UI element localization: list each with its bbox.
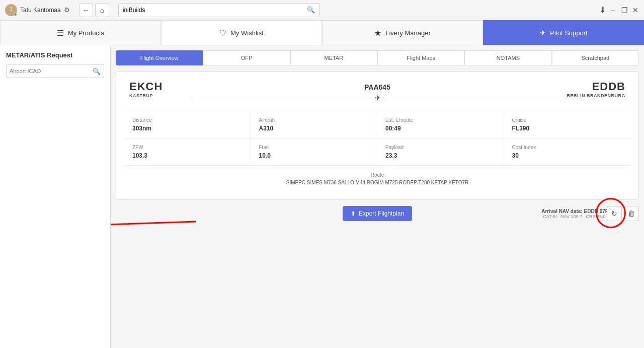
tab-livery-manager[interactable]: ★ Livery Manager [322,20,483,45]
flight-line-left [190,98,372,98]
nav-tabs: ☰ My Products ♡ My Wishlist ★ Livery Man… [0,20,644,45]
home-button[interactable]: ⌂ [95,3,109,17]
detail-cost-index: Cost Index 30 [504,138,631,166]
route-value: SIMEPC SIMES M736 SALLO M44 ROGIM M725 R… [132,180,622,185]
origin-code: EKCH [129,80,190,93]
detail-payload: Payload 23.3 [377,138,504,166]
subtab-scratchpad[interactable]: Scratchpad [552,50,639,65]
route-section: Route SIMEPC SIMES M736 SALLO M44 ROGIM … [124,166,630,191]
subtab-notams[interactable]: NOTAMS [464,50,551,65]
export-flightplan-button[interactable]: ⬆ Export Flightplan [343,206,412,221]
back-button[interactable]: ← [79,3,93,17]
flight-details: Distance 303nm Aircraft A310 Est. Enrout… [124,111,630,191]
close-button[interactable]: ✕ [632,7,639,14]
flight-line-right [383,98,566,98]
online-indicator [14,13,17,16]
livery-icon: ★ [374,28,381,38]
flight-middle: PAA645 ✈ [190,80,565,103]
flight-card: EKCH KASTRUP PAA645 ✈ EDDB BERLIN BRANDE… [116,72,639,200]
flight-id: PAA645 [364,83,390,91]
route-label: Route [132,172,622,178]
detail-cruise: Cruise FL390 [504,111,631,138]
airport-icao-input[interactable] [10,68,91,74]
search-bar: 🔍 [118,3,319,17]
download-icon[interactable]: ⬇ [599,5,606,15]
detail-aircraft: Aircraft A310 [251,111,378,138]
livery-label: Livery Manager [385,29,431,37]
detail-zfw: ZFW 103.3 [124,138,251,166]
flight-origin: EKCH KASTRUP [129,80,190,98]
window-controls: ⬇ – ❐ ✕ [599,5,639,15]
products-icon: ☰ [57,28,64,38]
products-label: My Products [68,29,104,37]
detail-distance: Distance 303nm [124,111,251,138]
airport-search-box: 🔍 [6,64,104,78]
footer-area: ⬆ Export Flightplan Arrival NAV data: ED… [116,206,639,221]
detail-enroute: Est. Enroute 00:49 [377,111,504,138]
search-input[interactable] [123,7,304,14]
avatar: T [5,4,17,16]
detail-fuel: Fuel 10.0 [251,138,378,166]
delete-button[interactable]: 🗑 [624,206,639,221]
nav-controls: ← ⌂ [79,3,109,17]
aircraft-label: Aircraft [259,117,369,123]
nav-data: Arrival NAV data: EDDB 07R CAT-III · NAV… [541,208,609,219]
refresh-button[interactable]: ↻ [607,206,622,221]
flight-destination: EDDB BERLIN BRANDENBURG [565,80,625,98]
flight-header: EKCH KASTRUP PAA645 ✈ EDDB BERLIN BRANDE… [124,80,630,103]
restore-button[interactable]: ❐ [621,7,628,14]
fuel-value: 10.0 [259,152,369,159]
plane-icon: ✈ [374,93,381,103]
origin-city: KASTRUP [129,93,190,98]
tab-my-wishlist[interactable]: ♡ My Wishlist [161,20,322,45]
action-buttons: ↻ 🗑 [607,206,639,221]
nav-data-title: Arrival NAV data: EDDB 07R [541,208,609,214]
cruise-label: Cruise [512,117,623,123]
payload-value: 23.3 [385,152,496,159]
minimize-button[interactable]: – [610,7,617,14]
cruise-value: FL390 [512,125,623,132]
subtab-metar[interactable]: METAR [290,50,377,65]
wishlist-label: My Wishlist [230,29,264,37]
zfw-label: ZFW [132,145,243,150]
user-section: T Tatu Kantomaa ⚙ [5,4,70,16]
export-icon: ⬆ [351,210,356,217]
zfw-value: 103.3 [132,152,243,159]
user-name: Tatu Kantomaa [20,7,61,14]
subtab-ofp[interactable]: OFP [203,50,290,65]
main-layout: METAR/ATIS Request 🔍 Flight Overview OFP… [0,45,644,348]
subtab-flight-maps[interactable]: Flight Maps [377,50,464,65]
aircraft-value: A310 [259,125,369,132]
tab-pilot-support[interactable]: ✈ Pilot Support [483,20,644,45]
sidebar: METAR/ATIS Request 🔍 [0,45,111,348]
tab-my-products[interactable]: ☰ My Products [0,20,161,45]
pilot-icon: ✈ [539,28,546,38]
search-icon[interactable]: 🔍 [307,6,315,14]
pilot-label: Pilot Support [550,29,587,37]
dest-city: BERLIN BRANDENBURG [565,93,625,98]
cost-index-label: Cost Index [512,145,623,150]
wishlist-icon: ♡ [219,28,226,38]
cost-index-value: 30 [512,152,623,159]
enroute-value: 00:49 [385,125,496,132]
enroute-label: Est. Enroute [385,117,496,123]
content-area: Flight Overview OFP METAR Flight Maps NO… [111,45,644,348]
refresh-wrapper: ↻ [607,206,622,221]
title-bar: T Tatu Kantomaa ⚙ ← ⌂ 🔍 ⬇ – ❐ ✕ [0,0,644,20]
subtab-flight-overview[interactable]: Flight Overview [116,50,203,65]
sub-tabs: Flight Overview OFP METAR Flight Maps NO… [116,50,639,65]
dest-code: EDDB [565,80,625,93]
sidebar-title: METAR/ATIS Request [6,51,104,59]
fuel-label: Fuel [259,145,369,150]
nav-data-sub: CAT-III · NAV 109.7 · CRS 65.0° [541,214,609,219]
gear-icon[interactable]: ⚙ [64,6,70,14]
airport-search-icon[interactable]: 🔍 [93,67,101,75]
payload-label: Payload [385,145,496,150]
red-underline-annotation [111,221,196,226]
distance-value: 303nm [132,125,243,132]
flight-line: ✈ [190,93,565,103]
footer-wrapper: ⬆ Export Flightplan Arrival NAV data: ED… [116,206,639,221]
distance-label: Distance [132,117,243,123]
export-label: Export Flightplan [359,210,404,217]
